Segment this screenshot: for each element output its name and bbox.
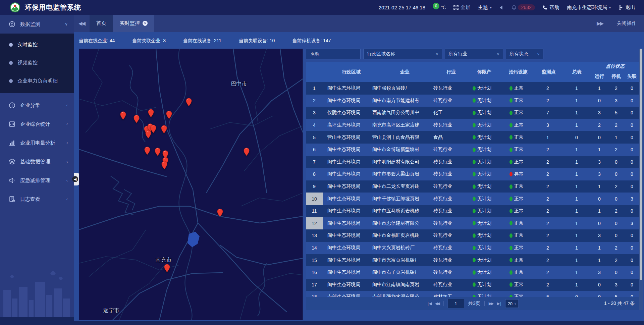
table-row[interactable]: 14阆中生态环境局阆中大兴页岩机砖厂砖瓦行业无计划正常21120 xyxy=(306,242,639,254)
mute-button[interactable] xyxy=(499,5,504,10)
status-dot-icon xyxy=(473,209,476,213)
cell-monitor-count: 2 xyxy=(533,98,562,103)
status-dot-icon xyxy=(473,197,476,201)
cell-stop-status: 无计划 xyxy=(464,110,500,116)
notifications-button[interactable]: 2632 xyxy=(512,4,535,10)
sidebar-item-video-monitor[interactable]: 视频监控 xyxy=(0,54,74,72)
table-row[interactable]: 12阆中生态环境局阆中市忠信建材有限公砖瓦行业无计划正常21003 xyxy=(306,217,639,230)
prev-page-button[interactable]: ◀◀ xyxy=(435,301,439,306)
map-pin-icon[interactable] xyxy=(144,147,150,155)
table-row[interactable]: 18南部生态环境局南部县强华水泥有限公建材加工无计划正常50050 xyxy=(306,291,639,297)
status-filter-select[interactable]: 所有状态 ∨ xyxy=(506,49,543,59)
table-row[interactable]: 3仪陇生态环境局西南油气田分公司川中化工无计划正常71350 xyxy=(306,107,639,119)
map-pin-icon[interactable] xyxy=(166,111,172,119)
org-label: 南充市生态环境局 xyxy=(567,4,607,11)
table-row[interactable]: 2阆中生态环境局阆中市南方节能建材有砖瓦行业无计划正常21030 xyxy=(306,95,639,107)
tabs-scroll-right-button[interactable]: ▶▶ xyxy=(592,20,608,26)
top-header: 环保用电监管系统 2021-02-25 17:46:18 0 ℃ 全屏 主题 ▾ xyxy=(0,0,644,15)
first-page-button[interactable]: ❘◀ xyxy=(426,301,431,306)
map-pin-icon[interactable] xyxy=(133,115,140,123)
table-row[interactable]: 16阆中生态环境局阆中市石子页岩机砖厂砖瓦行业无计划正常21300 xyxy=(306,266,639,279)
table-row[interactable]: 8阆中生态环境局阆中市枣碧大梁山页岩砖瓦行业无计划异常21300 xyxy=(306,168,639,180)
total-pages-label: 共3页 xyxy=(468,301,480,307)
next-page-button[interactable]: ▶▶ xyxy=(489,301,493,306)
map-pin-icon[interactable] xyxy=(148,109,154,117)
status-dot-icon xyxy=(473,221,476,225)
table-row[interactable]: 5营山生态环境局营山县润丰肉食品有限食品无计划正常10010 xyxy=(306,131,639,144)
table-row[interactable]: 7阆中生态环境局阆中明阳建材有限公司砖瓦行业无计划正常21300 xyxy=(306,156,639,168)
sidebar-item-company-statistics[interactable]: 企业综合统计 ‹ xyxy=(0,115,74,133)
tab-realtime-monitor[interactable]: 实时监控 ✕ xyxy=(113,15,154,32)
table-row[interactable]: 17阆中生态环境局阆中市江南镇阆南页岩砖瓦行业无计划正常21030 xyxy=(306,279,639,291)
tabs-scroll-left-button[interactable]: ◀◀ xyxy=(74,20,90,26)
table-row[interactable]: 4高坪生态环境局南充市高坪区王家店建砖瓦行业无计划正常31220 xyxy=(306,119,639,131)
org-menu-button[interactable]: 南充市生态环境局 ▾ xyxy=(567,4,611,11)
tab-home[interactable]: 首页 xyxy=(90,15,113,32)
cell-run-count: 3 xyxy=(591,171,608,177)
map-pin-icon[interactable] xyxy=(164,264,170,272)
cell-industry: 砖瓦行业 xyxy=(432,257,464,263)
cell-company: 阆中市枣碧大梁山页岩 xyxy=(372,171,432,177)
table-row[interactable]: 6阆中生态环境局阆中市金博瑞新型墙材砖瓦行业无计划正常21120 xyxy=(306,144,639,156)
status-dot-icon xyxy=(509,246,513,250)
table-row[interactable]: 15阆中生态环境局阆中市光富页岩机砖厂砖瓦行业无计划正常21120 xyxy=(306,254,639,266)
sidebar-item-base-data[interactable]: 基础数据管理 ‹ xyxy=(0,152,74,171)
cell-facility-status: 正常 xyxy=(500,282,533,288)
table-scrollbar[interactable] xyxy=(639,49,643,310)
page-size-select[interactable]: 20 ∨ xyxy=(505,299,519,308)
cell-monitor-count: 2 xyxy=(533,233,562,238)
logout-button[interactable]: 退出 xyxy=(618,4,635,11)
map-pin-icon[interactable] xyxy=(120,111,126,120)
close-operations-button[interactable]: 关闭操作 xyxy=(616,20,637,26)
name-filter-field[interactable] xyxy=(306,49,361,59)
sidebar-collapse-button[interactable]: ◀ xyxy=(74,173,79,185)
table-row[interactable]: 11阆中生态环境局阆中市五马桥页岩机砖砖瓦行业无计划正常21120 xyxy=(306,205,639,217)
status-dot-icon xyxy=(509,86,513,91)
chevron-left-icon: ‹ xyxy=(66,103,68,108)
cell-total-meter: 1 xyxy=(562,171,591,177)
tab-close-icon[interactable]: ✕ xyxy=(143,21,148,26)
sidebar-item-emergency-reduction[interactable]: 应急减排管理 ‹ xyxy=(0,171,74,190)
table-body: 1阆中生态环境局阆中强锐页岩砖厂砖瓦行业无计划正常211202阆中生态环境局阆中… xyxy=(306,82,639,297)
last-page-button[interactable]: ▶❘ xyxy=(497,301,501,306)
map-pin-icon[interactable] xyxy=(161,125,167,133)
map-pin-icon[interactable] xyxy=(186,98,192,106)
map-pin-icon[interactable] xyxy=(161,161,167,169)
stat-stopped-devices: 当前停机设备: 147 xyxy=(292,38,331,44)
sidebar-item-power-analysis[interactable]: 企业用电量分析 ‹ xyxy=(0,133,74,152)
name-filter-input[interactable] xyxy=(310,51,357,57)
cell-company: 阆中市光富页岩机砖厂 xyxy=(372,257,432,263)
map-pin-icon[interactable] xyxy=(145,130,151,139)
cell-index: 2 xyxy=(306,95,323,107)
page-number-input[interactable] xyxy=(447,299,464,308)
cell-lost-count: 0 xyxy=(625,258,639,263)
map-pin-icon[interactable] xyxy=(244,148,250,156)
map-pin-icon[interactable] xyxy=(217,209,223,217)
region-filter-select[interactable]: 行政区域名称 ∨ xyxy=(363,49,442,59)
scrollbar-thumb[interactable] xyxy=(640,49,642,280)
cell-facility-status: 正常 xyxy=(500,134,533,141)
map-panel[interactable]: 巴中市南充市遂宁市 xyxy=(79,49,303,320)
status-dot-icon xyxy=(473,282,476,287)
sidebar-item-company-abnormal[interactable]: 企业异常 ‹ xyxy=(0,96,74,115)
table-row[interactable]: 10阆中生态环境局阆中千佛镇五郎垭页岩砖瓦行业无计划正常21003 xyxy=(306,193,639,205)
fullscreen-button[interactable]: 全屏 xyxy=(453,4,471,11)
cell-stop-status: 无计划 xyxy=(464,98,500,104)
sidebar-item-realtime-monitor[interactable]: 实时监控 xyxy=(0,36,74,54)
cell-stopped-count: 2 xyxy=(608,208,625,214)
sidebar-item-log-view[interactable]: 日志查看 ‹ xyxy=(0,190,74,209)
sidebar-item-data-monitor[interactable]: 数据监测 ∨ xyxy=(0,15,74,34)
table-row[interactable]: 13阆中生态环境局阆中市金福旺页岩机砖砖瓦行业无计划正常21300 xyxy=(306,229,639,242)
cell-company: 阆中市江南镇阆南页岩 xyxy=(372,282,432,288)
table-row[interactable]: 1阆中生态环境局阆中强锐页岩砖厂砖瓦行业无计划正常21120 xyxy=(306,82,639,95)
sidebar-item-label: 数据监测 xyxy=(20,21,65,28)
help-button[interactable]: 帮助 xyxy=(542,4,559,11)
cell-stop-status: 无计划 xyxy=(464,269,500,275)
theme-button[interactable]: 主题 ▾ xyxy=(478,4,492,11)
table-row[interactable]: 9阆中生态环境局阆中市二龙长宝页岩砖砖瓦行业无计划正常21120 xyxy=(306,180,639,193)
cell-industry: 砖瓦行业 xyxy=(432,159,464,165)
map-pin-icon[interactable] xyxy=(155,148,161,156)
sidebar-item-power-load-detail[interactable]: 企业电力负荷明细 xyxy=(0,72,74,90)
industry-filter-select[interactable]: 所有行业 ∨ xyxy=(445,49,503,59)
cell-index: 7 xyxy=(306,156,323,168)
